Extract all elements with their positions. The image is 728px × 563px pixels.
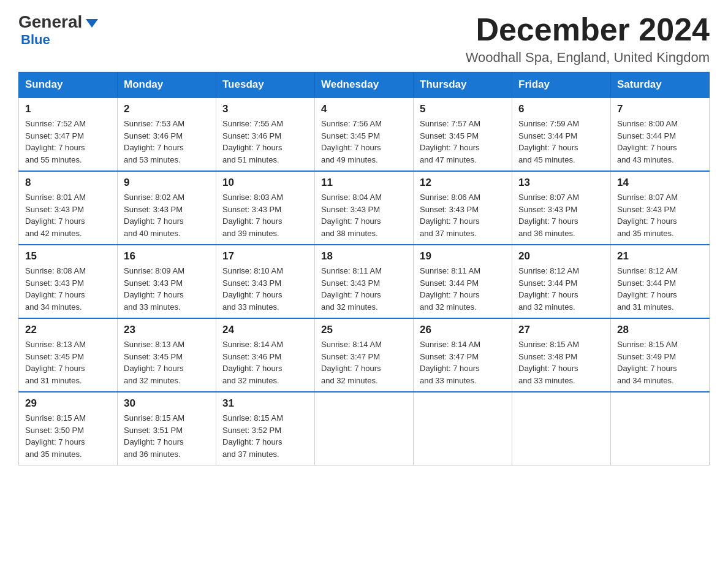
calendar-cell: 5Sunrise: 7:57 AMSunset: 3:45 PMDaylight… — [414, 98, 512, 171]
title-area: December 2024 Woodhall Spa, England, Uni… — [466, 12, 710, 66]
day-info: Sunrise: 7:52 AMSunset: 3:47 PMDaylight:… — [25, 118, 111, 166]
day-number: 25 — [321, 324, 407, 336]
calendar-cell — [611, 392, 710, 465]
day-info: Sunrise: 8:15 AMSunset: 3:48 PMDaylight:… — [518, 339, 604, 386]
calendar-cell: 1Sunrise: 7:52 AMSunset: 3:47 PMDaylight… — [19, 98, 118, 171]
day-info: Sunrise: 8:15 AMSunset: 3:50 PMDaylight:… — [25, 412, 111, 460]
logo-general: General — [18, 12, 82, 32]
calendar-cell: 10Sunrise: 8:03 AMSunset: 3:43 PMDayligh… — [216, 171, 315, 245]
day-number: 31 — [222, 397, 308, 410]
day-info: Sunrise: 7:56 AMSunset: 3:45 PMDaylight:… — [321, 118, 407, 166]
calendar-cell — [512, 392, 611, 465]
day-info: Sunrise: 8:15 AMSunset: 3:51 PMDaylight:… — [124, 412, 210, 460]
day-info: Sunrise: 8:14 AMSunset: 3:47 PMDaylight:… — [321, 339, 407, 386]
calendar-cell: 7Sunrise: 8:00 AMSunset: 3:44 PMDaylight… — [611, 98, 710, 171]
calendar-cell: 31Sunrise: 8:15 AMSunset: 3:52 PMDayligh… — [216, 392, 315, 465]
day-header-tuesday: Tuesday — [216, 72, 315, 98]
day-number: 27 — [518, 324, 604, 336]
calendar-cell: 26Sunrise: 8:14 AMSunset: 3:47 PMDayligh… — [414, 318, 512, 392]
day-info: Sunrise: 8:12 AMSunset: 3:44 PMDaylight:… — [617, 265, 703, 313]
logo-triangle-icon — [86, 19, 98, 28]
day-info: Sunrise: 8:13 AMSunset: 3:45 PMDaylight:… — [124, 339, 210, 386]
day-number: 6 — [518, 103, 604, 115]
calendar-cell: 19Sunrise: 8:11 AMSunset: 3:44 PMDayligh… — [414, 245, 512, 318]
day-number: 17 — [222, 250, 308, 262]
day-number: 14 — [617, 177, 703, 189]
location: Woodhall Spa, England, United Kingdom — [466, 50, 710, 66]
day-info: Sunrise: 8:03 AMSunset: 3:43 PMDaylight:… — [222, 191, 308, 239]
day-number: 19 — [420, 250, 506, 262]
calendar-week-row: 22Sunrise: 8:13 AMSunset: 3:45 PMDayligh… — [19, 318, 710, 392]
day-number: 5 — [420, 103, 506, 115]
day-number: 7 — [617, 103, 703, 115]
day-info: Sunrise: 7:57 AMSunset: 3:45 PMDaylight:… — [420, 118, 506, 166]
day-number: 10 — [222, 177, 308, 189]
calendar-cell: 28Sunrise: 8:15 AMSunset: 3:49 PMDayligh… — [611, 318, 710, 392]
day-info: Sunrise: 8:07 AMSunset: 3:43 PMDaylight:… — [617, 191, 703, 239]
day-info: Sunrise: 8:06 AMSunset: 3:43 PMDaylight:… — [420, 191, 506, 239]
calendar-cell: 22Sunrise: 8:13 AMSunset: 3:45 PMDayligh… — [19, 318, 118, 392]
day-info: Sunrise: 8:15 AMSunset: 3:52 PMDaylight:… — [222, 412, 308, 460]
day-number: 18 — [321, 250, 407, 262]
calendar-week-row: 8Sunrise: 8:01 AMSunset: 3:43 PMDaylight… — [19, 171, 710, 245]
day-info: Sunrise: 8:01 AMSunset: 3:43 PMDaylight:… — [25, 191, 111, 239]
calendar-week-row: 15Sunrise: 8:08 AMSunset: 3:43 PMDayligh… — [19, 245, 710, 318]
calendar-cell: 24Sunrise: 8:14 AMSunset: 3:46 PMDayligh… — [216, 318, 315, 392]
header: General Blue December 2024 Woodhall Spa,… — [18, 12, 710, 66]
day-number: 1 — [25, 103, 111, 115]
calendar-cell: 21Sunrise: 8:12 AMSunset: 3:44 PMDayligh… — [611, 245, 710, 318]
day-info: Sunrise: 8:00 AMSunset: 3:44 PMDaylight:… — [617, 118, 703, 166]
day-number: 20 — [518, 250, 604, 262]
day-number: 12 — [420, 177, 506, 189]
day-header-sunday: Sunday — [19, 72, 118, 98]
calendar-cell: 9Sunrise: 8:02 AMSunset: 3:43 PMDaylight… — [118, 171, 216, 245]
day-header-monday: Monday — [118, 72, 216, 98]
calendar-cell: 16Sunrise: 8:09 AMSunset: 3:43 PMDayligh… — [118, 245, 216, 318]
day-info: Sunrise: 8:14 AMSunset: 3:46 PMDaylight:… — [222, 339, 308, 386]
calendar-cell — [315, 392, 414, 465]
day-number: 4 — [321, 103, 407, 115]
day-info: Sunrise: 8:04 AMSunset: 3:43 PMDaylight:… — [321, 191, 407, 239]
day-number: 16 — [124, 250, 210, 262]
day-number: 13 — [518, 177, 604, 189]
day-info: Sunrise: 8:11 AMSunset: 3:43 PMDaylight:… — [321, 265, 407, 313]
day-info: Sunrise: 8:07 AMSunset: 3:43 PMDaylight:… — [518, 191, 604, 239]
calendar-table: SundayMondayTuesdayWednesdayThursdayFrid… — [18, 72, 710, 465]
calendar-cell: 29Sunrise: 8:15 AMSunset: 3:50 PMDayligh… — [19, 392, 118, 465]
day-number: 15 — [25, 250, 111, 262]
day-info: Sunrise: 7:59 AMSunset: 3:44 PMDaylight:… — [518, 118, 604, 166]
day-number: 21 — [617, 250, 703, 262]
calendar-cell: 8Sunrise: 8:01 AMSunset: 3:43 PMDaylight… — [19, 171, 118, 245]
day-number: 30 — [124, 397, 210, 410]
day-info: Sunrise: 7:55 AMSunset: 3:46 PMDaylight:… — [222, 118, 308, 166]
day-number: 23 — [124, 324, 210, 336]
day-info: Sunrise: 8:14 AMSunset: 3:47 PMDaylight:… — [420, 339, 506, 386]
calendar-cell: 17Sunrise: 8:10 AMSunset: 3:43 PMDayligh… — [216, 245, 315, 318]
day-number: 9 — [124, 177, 210, 189]
day-number: 24 — [222, 324, 308, 336]
day-number: 11 — [321, 177, 407, 189]
calendar-cell — [414, 392, 512, 465]
day-header-thursday: Thursday — [414, 72, 512, 98]
day-header-saturday: Saturday — [611, 72, 710, 98]
day-info: Sunrise: 8:15 AMSunset: 3:49 PMDaylight:… — [617, 339, 703, 386]
calendar-cell: 3Sunrise: 7:55 AMSunset: 3:46 PMDaylight… — [216, 98, 315, 171]
calendar-cell: 13Sunrise: 8:07 AMSunset: 3:43 PMDayligh… — [512, 171, 611, 245]
calendar-cell: 14Sunrise: 8:07 AMSunset: 3:43 PMDayligh… — [611, 171, 710, 245]
calendar-cell: 25Sunrise: 8:14 AMSunset: 3:47 PMDayligh… — [315, 318, 414, 392]
day-number: 29 — [25, 397, 111, 410]
day-info: Sunrise: 8:08 AMSunset: 3:43 PMDaylight:… — [25, 265, 111, 313]
day-number: 26 — [420, 324, 506, 336]
day-number: 2 — [124, 103, 210, 115]
day-info: Sunrise: 8:12 AMSunset: 3:44 PMDaylight:… — [518, 265, 604, 313]
day-number: 22 — [25, 324, 111, 336]
calendar-cell: 2Sunrise: 7:53 AMSunset: 3:46 PMDaylight… — [118, 98, 216, 171]
calendar-cell: 12Sunrise: 8:06 AMSunset: 3:43 PMDayligh… — [414, 171, 512, 245]
calendar-cell: 30Sunrise: 8:15 AMSunset: 3:51 PMDayligh… — [118, 392, 216, 465]
calendar-cell: 15Sunrise: 8:08 AMSunset: 3:43 PMDayligh… — [19, 245, 118, 318]
day-number: 3 — [222, 103, 308, 115]
calendar-cell: 18Sunrise: 8:11 AMSunset: 3:43 PMDayligh… — [315, 245, 414, 318]
day-info: Sunrise: 8:11 AMSunset: 3:44 PMDaylight:… — [420, 265, 506, 313]
day-number: 28 — [617, 324, 703, 336]
day-info: Sunrise: 8:13 AMSunset: 3:45 PMDaylight:… — [25, 339, 111, 386]
